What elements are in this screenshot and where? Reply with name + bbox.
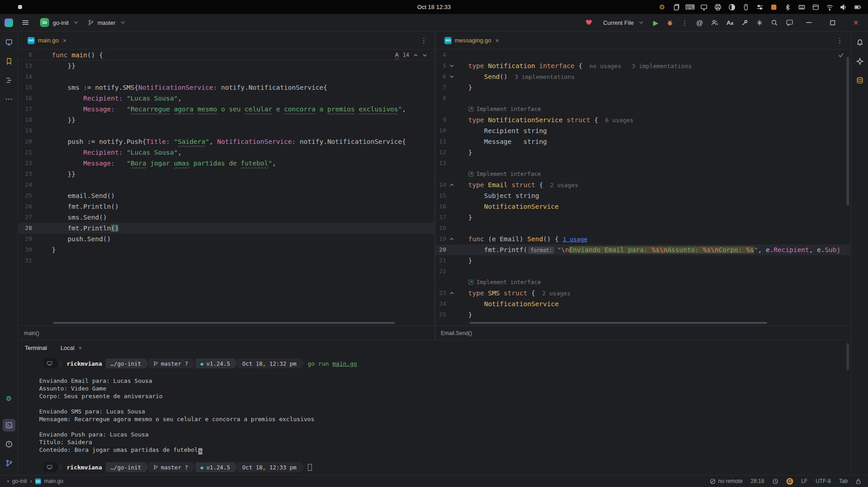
line-number[interactable]: 30 — [18, 244, 32, 255]
users-icon[interactable] — [711, 19, 718, 26]
line-number[interactable]: 17 — [435, 212, 446, 223]
remote-status[interactable]: no remote — [710, 478, 743, 484]
services-icon[interactable]: ⚙ — [3, 392, 15, 404]
status-project[interactable]: go-init — [12, 478, 27, 484]
line-number[interactable]: 8 — [18, 50, 32, 60]
heart-icon[interactable] — [585, 19, 592, 26]
line-number[interactable]: 8 — [435, 93, 446, 104]
implements-icon[interactable] — [446, 179, 457, 190]
line-number[interactable]: 16 — [18, 93, 32, 104]
version-control-icon[interactable] — [3, 457, 15, 469]
line-number[interactable]: 22 — [435, 266, 446, 277]
terminal-output-line[interactable]: Enviando Push para: Lucas Sousa — [18, 431, 850, 438]
mentions-icon[interactable]: @ — [696, 19, 703, 26]
terminal-output-line[interactable] — [18, 423, 850, 431]
code-line[interactable]: 13 }} — [18, 60, 434, 71]
terminal-output-line[interactable]: Título: Saidera — [18, 438, 850, 446]
problems-icon[interactable] — [3, 438, 15, 450]
tab-close-icon[interactable]: × — [63, 37, 66, 44]
breadcrumb[interactable]: Email.Send() — [435, 326, 850, 340]
line-number[interactable]: 27 — [18, 212, 32, 223]
line-number[interactable]: 24 — [435, 299, 446, 309]
main-menu-icon[interactable] — [18, 16, 32, 29]
run-configuration-selector[interactable]: Current File — [600, 18, 645, 28]
more-run-options-icon[interactable]: ⋮ — [681, 19, 688, 26]
plugin-star-icon[interactable] — [756, 19, 763, 26]
code-editor-messaging-go[interactable]: 45type Notification interface { no usage… — [435, 50, 850, 326]
terminal-output-line[interactable]: Assunto: Video Game — [18, 385, 850, 392]
settings-gear-icon[interactable]: ⚙ — [658, 3, 666, 11]
keyboard-icon[interactable]: ⌨ — [686, 3, 694, 11]
terminal-output[interactable]: rickmviana…/go-initmaster ?◆v1.24.5Oct 1… — [18, 355, 850, 475]
horizontal-scrollbar[interactable] — [53, 322, 395, 324]
vertical-scrollbar[interactable] — [846, 57, 849, 206]
breadcrumb[interactable]: main() — [18, 326, 434, 340]
terminal-icon[interactable] — [3, 419, 15, 432]
system-tray[interactable]: ⚙⌨ — [658, 0, 862, 14]
inlay-hint[interactable]: Implement interface — [476, 104, 541, 115]
line-number[interactable] — [435, 169, 446, 179]
code-line[interactable]: 17} — [435, 212, 850, 223]
line-number[interactable]: 6 — [435, 71, 446, 82]
line-number[interactable]: 10 — [435, 125, 446, 136]
terminal-output-line[interactable]: Conteúdo: Bora jogar umas partidas de fu… — [18, 446, 850, 454]
code-line[interactable]: 24 NotificationService — [435, 299, 850, 309]
terminal-output-line[interactable]: Enviando Email para: Lucas Sousa — [18, 377, 850, 385]
code-line[interactable]: 16 NotificationService — [435, 201, 850, 212]
terminal-prompt[interactable]: rickmviana…/go-initmaster ?◆v1.24.5Oct 1… — [18, 462, 850, 472]
line-number[interactable]: 5 — [435, 60, 446, 71]
terminal-output-line[interactable] — [18, 400, 850, 408]
code-line[interactable]: 31 — [18, 255, 434, 266]
code-line[interactable]: 21 Recipient: "Lucas Sousa", — [18, 147, 434, 158]
code-line[interactable]: 7} — [435, 82, 850, 93]
code-line[interactable]: 29 push.Send() — [18, 234, 434, 244]
inlay-hint[interactable]: Implement interface — [476, 277, 541, 288]
activities-indicator[interactable] — [18, 5, 22, 9]
tab-main-go[interactable]: GO main.go × — [23, 32, 71, 50]
line-number[interactable]: 23 — [435, 288, 446, 299]
code-line[interactable]: 15 Subject string — [435, 190, 850, 201]
bookmarks-icon[interactable] — [3, 55, 15, 68]
chip-icon[interactable] — [770, 3, 778, 11]
code-line[interactable]: 25 email.Send() — [18, 190, 434, 201]
encoding-indicator[interactable]: UTF-8 — [816, 478, 831, 484]
database-icon[interactable] — [854, 74, 866, 87]
line-number[interactable]: 16 — [435, 201, 446, 212]
code-line[interactable]: 14 — [18, 71, 434, 82]
tweaks-icon[interactable] — [756, 3, 764, 11]
project-widget[interactable]: GI go-init — [37, 17, 80, 28]
code-line[interactable]: 8func main() { — [18, 50, 434, 60]
code-line[interactable]: 19 — [18, 125, 434, 136]
display-icon[interactable] — [700, 3, 708, 11]
sticky-line[interactable]: 8func main() { — [18, 50, 434, 60]
code-line[interactable]: 27 sms.Send() — [18, 212, 434, 223]
search-icon[interactable] — [771, 19, 778, 26]
line-number[interactable]: 9 — [435, 115, 446, 125]
go-sdk-icon[interactable]: G — [786, 478, 793, 485]
minimize-button[interactable] — [801, 16, 817, 29]
line-number[interactable]: 7 — [435, 82, 446, 93]
status-file[interactable]: main.go — [44, 478, 64, 484]
prev-problem-icon[interactable] — [413, 54, 418, 57]
code-line[interactable]: 24 — [18, 179, 434, 190]
run-button[interactable]: ▶ — [653, 19, 658, 26]
vcs-branch-widget[interactable]: master — [85, 18, 127, 28]
maximize-button[interactable] — [825, 16, 840, 29]
translate-icon[interactable]: Aa — [726, 19, 733, 26]
inlay-line[interactable]: Implement interface — [435, 169, 850, 179]
terminal-output-line[interactable] — [18, 369, 850, 377]
line-number[interactable]: 15 — [18, 82, 32, 93]
system-clock[interactable]: Oct 18 12:33 — [417, 4, 451, 10]
code-line[interactable]: 12} — [435, 147, 850, 158]
code-line[interactable]: 22 — [435, 266, 850, 277]
debug-button[interactable] — [667, 19, 673, 26]
code-line[interactable]: 17 Message: "Recarregue agora mesmo o se… — [18, 104, 434, 115]
code-line[interactable]: 19func (e Email) Send() { 1 usage — [435, 234, 850, 244]
color-icon[interactable] — [728, 3, 736, 11]
code-line[interactable]: 28 fmt.Println() — [18, 223, 434, 234]
lock-icon[interactable] — [856, 478, 861, 484]
code-line[interactable]: 8 — [435, 93, 850, 104]
line-number[interactable]: 25 — [435, 309, 446, 320]
terminal-output-line[interactable]: Mensagem: Recarregue agora mesmo o seu c… — [18, 415, 850, 423]
line-number[interactable]: 22 — [18, 158, 32, 169]
